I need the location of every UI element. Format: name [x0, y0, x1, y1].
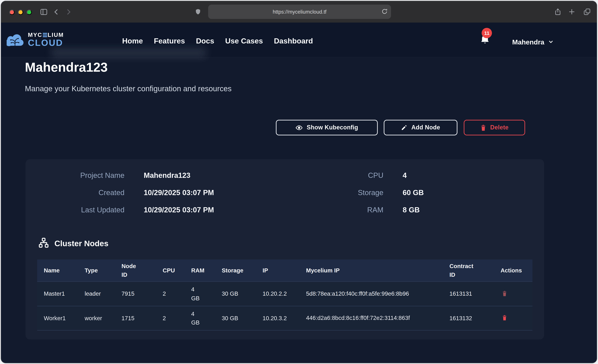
url-text: https://myceliumcloud.tf — [273, 9, 326, 15]
col-name: Name — [44, 267, 85, 274]
cell-type: worker — [85, 315, 122, 322]
mycelium-cloud-logo-icon — [7, 33, 24, 46]
last-updated-label: Last Updated — [41, 206, 125, 214]
cell-mycelium-ip: 5d8:78ea:a120:f40c:ff0f:a5fe:99e6:8b96 — [306, 289, 415, 298]
notification-count-badge: 11 — [482, 28, 492, 38]
share-icon[interactable] — [552, 1, 563, 23]
back-icon[interactable] — [51, 1, 61, 23]
user-menu[interactable]: Mahendra — [512, 38, 554, 46]
cell-node-id: 1715 — [122, 315, 163, 322]
nav-item-docs[interactable]: Docs — [196, 37, 214, 45]
cell-type: leader — [85, 290, 122, 297]
browser-window: https://myceliumcloud.tf Mahendra123 Man… — [1, 1, 597, 363]
cell-ip: 10.20.3.2 — [263, 315, 306, 322]
cluster-nodes-heading: Cluster Nodes — [38, 237, 108, 249]
cell-storage: 30 GB — [222, 290, 263, 297]
cell-name: Master1 — [44, 290, 85, 297]
reload-icon[interactable] — [381, 8, 388, 16]
col-mycelium-ip: Mycelium IP — [306, 267, 449, 274]
col-type: Type — [85, 267, 122, 274]
col-cpu: CPU — [163, 267, 191, 274]
add-node-label: Add Node — [411, 124, 440, 131]
page-title: Mahendra123 — [25, 60, 108, 75]
storage-value: 60 GB — [403, 189, 424, 197]
show-kubeconfig-button[interactable]: Show Kubeconfig — [276, 120, 378, 135]
sidebar-toggle-icon[interactable] — [38, 1, 50, 23]
cluster-network-icon — [38, 237, 49, 249]
privacy-shield-icon[interactable] — [193, 1, 203, 23]
project-name-label: Project Name — [41, 171, 125, 180]
cpu-value: 4 — [403, 171, 407, 180]
delete-node-icon[interactable] — [501, 290, 508, 298]
screenshot-stage: https://myceliumcloud.tf Mahendra123 Man… — [0, 0, 598, 364]
brand-line-cloud: CLOUD — [28, 38, 63, 48]
ram-label: RAM — [300, 206, 383, 214]
show-kubeconfig-label: Show Kubeconfig — [307, 124, 358, 131]
table-row: Worker1 worker 1715 2 4 GB 30 GB 10.20.3… — [37, 306, 532, 331]
brand-line-mycelium: MYCLIUM — [28, 32, 64, 38]
pencil-icon — [401, 124, 407, 131]
ram-value: 8 GB — [403, 206, 420, 214]
brand-logo[interactable]: MYCLIUM CLOUD — [7, 32, 64, 48]
window-close-button[interactable] — [9, 10, 15, 15]
created-value: 10/29/2025 03:07 PM — [144, 189, 214, 197]
nav-item-use-cases[interactable]: Use Cases — [225, 37, 263, 45]
nav-item-home[interactable]: Home — [122, 37, 143, 45]
address-bar[interactable]: https://myceliumcloud.tf — [208, 5, 391, 19]
new-tab-icon[interactable] — [566, 1, 577, 23]
cell-mycelium-ip: 446:d2a6:8bcd:8c16:ff0f:72e2:3114:863f — [306, 314, 415, 323]
add-node-button[interactable]: Add Node — [384, 120, 457, 135]
cell-ram: 4 GB — [191, 310, 202, 327]
top-navbar: MYCLIUM CLOUD Home Features Docs Use Cas… — [1, 23, 597, 58]
table-header-row: Name Type Node ID CPU RAM Storage IP Myc… — [37, 259, 532, 281]
blurred-title-smudge — [51, 49, 207, 57]
nav-item-features[interactable]: Features — [154, 37, 185, 45]
cell-ip: 10.20.2.2 — [263, 290, 306, 297]
chevron-down-icon — [548, 38, 554, 46]
window-minimize-button[interactable] — [18, 10, 23, 15]
delete-node-icon[interactable] — [501, 314, 508, 322]
nav-item-dashboard[interactable]: Dashboard — [274, 37, 313, 45]
cpu-label: CPU — [300, 171, 383, 180]
cell-contract-id: 1613132 — [449, 315, 501, 322]
window-zoom-button[interactable] — [26, 10, 32, 15]
cell-node-id: 7915 — [122, 290, 163, 297]
cluster-nodes-table: Name Type Node ID CPU RAM Storage IP Myc… — [37, 259, 532, 331]
delete-label: Delete — [490, 124, 508, 131]
last-updated-value: 10/29/2025 03:07 PM — [144, 206, 214, 214]
storage-label: Storage — [300, 189, 383, 197]
browser-chrome: https://myceliumcloud.tf — [1, 1, 597, 23]
col-actions: Actions — [501, 267, 532, 274]
main-nav: Home Features Docs Use Cases Dashboard — [122, 37, 313, 45]
col-ram: RAM — [191, 267, 222, 274]
created-label: Created — [41, 189, 125, 197]
delete-cluster-button[interactable]: Delete — [464, 120, 525, 135]
tab-overview-icon[interactable] — [581, 1, 592, 23]
col-contract-id: Contract ID — [449, 262, 477, 279]
eye-icon — [295, 124, 303, 131]
col-node-id: Node ID — [122, 262, 142, 279]
page-subtitle: Manage your Kubernetes cluster configura… — [25, 84, 232, 93]
cell-storage: 30 GB — [222, 315, 263, 322]
brand-wordmark: MYCLIUM CLOUD — [28, 32, 64, 48]
table-row: Master1 leader 7915 2 4 GB 30 GB 10.20.2… — [37, 281, 532, 306]
cell-cpu: 2 — [163, 290, 191, 297]
cell-name: Worker1 — [44, 315, 85, 322]
cell-cpu: 2 — [163, 315, 191, 322]
col-storage: Storage — [222, 267, 263, 274]
cell-ram: 4 GB — [191, 285, 202, 303]
stylized-e-icon — [43, 33, 47, 37]
forward-icon[interactable] — [63, 1, 73, 23]
cell-contract-id: 1613131 — [449, 290, 501, 297]
col-ip: IP — [263, 267, 306, 274]
user-name: Mahendra — [512, 38, 544, 46]
project-name-value: Mahendra123 — [144, 171, 190, 180]
trash-icon — [480, 124, 486, 131]
